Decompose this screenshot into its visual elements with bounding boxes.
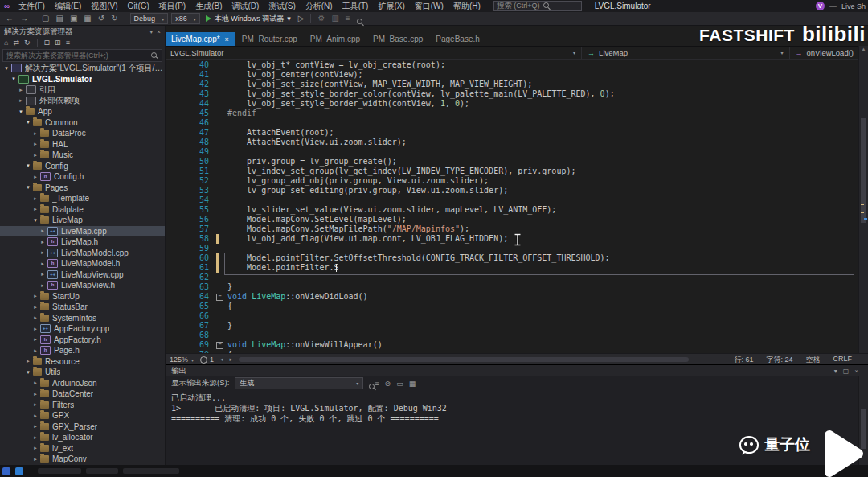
chevron-right-icon[interactable]: ▸ [39, 249, 47, 256]
tree-item-SystemInfos[interactable]: ▸SystemInfos [0, 313, 165, 324]
tree-item-Page.h[interactable]: ▸hPage.h [0, 345, 165, 356]
code-editor[interactable]: 40 lv_obj_t* contView = lv_obj_create(ro… [165, 58, 859, 354]
code-line-57[interactable]: 57 Model.mapConv.SetMapFilePath("/MAP/Ma… [165, 224, 859, 234]
save-icon[interactable]: ▣ [68, 13, 79, 24]
step-icons[interactable]: ≡ [344, 13, 352, 24]
refresh-icon[interactable]: ↻ [24, 39, 31, 47]
tree-item-MapConv[interactable]: ▸MapConv [0, 454, 165, 465]
tree-item-LiveMapModel.cpp[interactable]: ▸++LiveMapModel.cpp [0, 248, 165, 259]
scroll-left-icon[interactable]: ◂ [220, 356, 223, 363]
chevron-down-icon[interactable]: ▾ [10, 76, 18, 82]
code-line-50[interactable]: 50 priv.group = lv_group_create(); [165, 157, 859, 167]
tree-item-外部依赖项[interactable]: ▸外部依赖项 [0, 96, 165, 107]
chevron-down-icon[interactable]: ▾ [24, 119, 32, 125]
tree-item-Config.h[interactable]: ▸hConfig.h [0, 171, 165, 183]
properties-icon[interactable]: ≡ [66, 39, 70, 47]
code-line-69[interactable]: 69−void LiveMap::onViewWillAppear() [165, 340, 859, 350]
tree-item-_Template[interactable]: ▸_Template [0, 193, 165, 204]
close-icon[interactable]: × [225, 35, 229, 43]
start-without-debugging-icon[interactable]: ▷ [297, 13, 306, 24]
maximize-panel-icon[interactable]: ▢ [843, 368, 850, 375]
code-line-53[interactable]: 53 lv_group_set_editing(priv.group, View… [165, 186, 859, 195]
output-log[interactable]: 已启动清理...1>------ 已启动清理: 项目: LVGL.Simulat… [165, 390, 868, 426]
chevron-right-icon[interactable]: ▸ [31, 413, 39, 419]
tree-item-LVGL.Simulator[interactable]: ▾LVGL.Simulator [0, 74, 165, 85]
code-line-59[interactable]: 59 [165, 244, 859, 253]
chevron-right-icon[interactable]: ▸ [31, 445, 39, 451]
chevron-down-icon[interactable]: ▾ [31, 217, 39, 224]
window-menu-icon[interactable]: ▾ [834, 368, 837, 375]
home-icon[interactable]: ⌂ [4, 39, 8, 47]
chevron-down-icon[interactable]: ▾ [24, 369, 32, 376]
tree-item-Dialplate[interactable]: ▸Dialplate [0, 204, 165, 216]
scrollbar-thumb[interactable] [861, 118, 866, 223]
tree-item-LiveMap.h[interactable]: ▸hLiveMap.h [0, 236, 165, 248]
chevron-right-icon[interactable]: ▸ [31, 206, 39, 212]
close-icon[interactable]: × [854, 368, 858, 375]
code-line-43[interactable]: 43 lv_obj_set_style_border_color(contVie… [165, 89, 859, 99]
tab-PM_Base.cpp[interactable]: PM_Base.cpp [366, 32, 429, 46]
collapse-all-icon[interactable]: ⊟ [44, 39, 51, 47]
chevron-right-icon[interactable]: ▸ [17, 97, 25, 104]
chevron-right-icon[interactable]: ▸ [24, 358, 32, 364]
account-avatar[interactable]: V [816, 2, 825, 10]
open-file-icon[interactable]: ▤ [54, 13, 64, 24]
chevron-right-icon[interactable]: ▸ [17, 87, 25, 93]
tree-item-引用[interactable]: ▸引用 [0, 84, 165, 96]
tree-item-ArduinoJson[interactable]: ▸ArduinoJson [0, 378, 165, 389]
chevron-right-icon[interactable]: ▸ [31, 141, 39, 147]
menu-测试(S)[interactable]: 测试(S) [264, 2, 300, 10]
code-line-55[interactable]: 55 lv_slider_set_value(View.ui.zoom.slid… [165, 205, 859, 215]
window-menu-icon[interactable]: ▾ [149, 28, 153, 35]
build-icon[interactable]: ⚙ [316, 13, 326, 24]
tree-item-LiveMapView.cpp[interactable]: ▸++LiveMapView.cpp [0, 269, 165, 281]
chevron-right-icon[interactable]: ▸ [31, 195, 39, 202]
code-line-60[interactable]: 60 Model.pointFilter.SetOffsetThreshold(… [165, 253, 859, 263]
menu-Git(G)[interactable]: Git(G) [123, 2, 154, 10]
status-spaces[interactable]: 空格 [805, 355, 820, 365]
save-all-icon[interactable]: ▦ [82, 13, 92, 24]
tree-item-Config[interactable]: ▾Config [0, 161, 165, 172]
taskbar-app-icon[interactable] [15, 467, 23, 475]
chevron-right-icon[interactable]: ▸ [31, 326, 39, 332]
start-debugging-button[interactable]: 本地 Windows 调试器 ▾ [203, 14, 293, 24]
code-line-61[interactable]: 61 Model.pointFilter.S [165, 263, 859, 273]
chevron-down-icon[interactable]: ▾ [24, 184, 32, 191]
output-scrollbar[interactable] [858, 376, 868, 465]
word-wrap-icon[interactable]: ≡ [375, 380, 379, 388]
indicator-badge[interactable]: 1 [200, 356, 214, 364]
code-line-47[interactable]: 47 AttachEvent(root); [165, 128, 859, 138]
code-line-58[interactable]: 58 lv_obj_add_flag(View.ui.map.cont, LV_… [165, 234, 859, 244]
redo-icon[interactable]: ↻ [109, 13, 119, 24]
tree-item-Common[interactable]: ▾Common [0, 117, 165, 129]
menu-帮助(H)[interactable]: 帮助(H) [448, 2, 485, 10]
sync-with-active-document-icon[interactable]: ⇄ [13, 39, 19, 47]
solution-search-box[interactable] [2, 49, 162, 62]
chevron-right-icon[interactable]: ▸ [31, 315, 39, 321]
collapse-icon[interactable]: − [216, 294, 223, 301]
tree-item-LiveMap.cpp[interactable]: ▸++LiveMap.cpp [0, 226, 165, 237]
menu-分析(N)[interactable]: 分析(N) [301, 2, 338, 10]
breadcrumb-project-dropdown[interactable]: LVGL.Simulator ▾ [165, 47, 582, 59]
minimize-icon[interactable]: — [829, 2, 837, 10]
tree-item-App[interactable]: ▾App [0, 106, 165, 117]
solution-config-dropdown[interactable]: Debug▾ [130, 13, 169, 24]
tree-item-Pages[interactable]: ▾Pages [0, 183, 165, 194]
tree-item-LiveMap[interactable]: ▾LiveMap [0, 215, 165, 226]
tree-item-GPX_Parser[interactable]: ▸GPX_Parser [0, 421, 165, 433]
menu-扩展(X)[interactable]: 扩展(X) [373, 2, 409, 10]
output-source-dropdown[interactable]: 生成 ▾ [235, 377, 363, 389]
tree-item-Music[interactable]: ▸Music [0, 150, 165, 161]
chevron-right-icon[interactable]: ▸ [31, 456, 39, 463]
code-line-62[interactable]: 62 [165, 273, 859, 282]
code-line-64[interactable]: 64−void LiveMap::onViewDidLoad() [165, 292, 859, 302]
code-line-68[interactable]: 68 [165, 331, 859, 340]
menu-编辑(E)[interactable]: 编辑(E) [50, 2, 86, 10]
quick-search-box[interactable]: 搜索 (Ctrl+Q) [493, 1, 582, 11]
vertical-scrollbar[interactable]: ▲ ▼ [858, 46, 868, 364]
scroll-up-icon[interactable]: ▲ [859, 47, 868, 51]
menu-生成(B)[interactable]: 生成(B) [190, 2, 227, 10]
chevron-right-icon[interactable]: ▸ [31, 423, 39, 430]
code-line-49[interactable]: 49 [165, 147, 859, 157]
clear-all-icon[interactable]: ⊘ [385, 380, 391, 388]
